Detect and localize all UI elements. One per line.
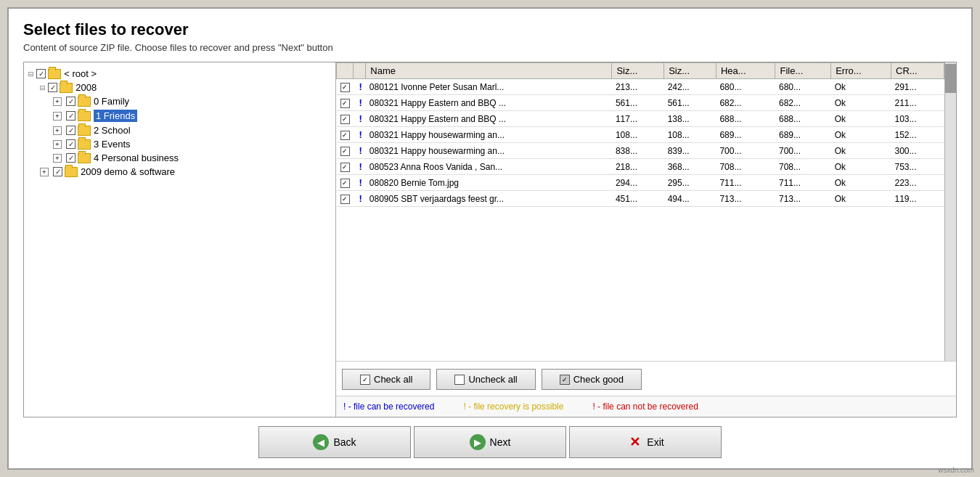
row-checkbox-cell[interactable]	[337, 143, 354, 159]
row-siz1: 108...	[612, 127, 664, 143]
row-erro: Ok	[831, 143, 891, 159]
row-checkbox-cell[interactable]	[337, 79, 354, 95]
row-name: 080820 Bernie Tom.jpg	[366, 175, 612, 191]
expand-btn-2school[interactable]: +	[53, 126, 62, 135]
tree-checkbox-4personal[interactable]	[66, 153, 75, 163]
table-row[interactable]: ! 080905 SBT verjaardags feest gr... 451…	[337, 191, 944, 207]
tree-checkbox-root[interactable]	[36, 69, 46, 78]
row-checkbox[interactable]	[340, 131, 350, 140]
row-hea: 682...	[716, 95, 775, 111]
row-checkbox[interactable]	[340, 147, 350, 156]
folder-icon-root	[48, 69, 61, 79]
row-checkbox[interactable]	[340, 115, 350, 124]
row-siz1: 838...	[612, 143, 664, 159]
tree-item-4personal[interactable]: + 4 Personal business	[27, 151, 332, 165]
exit-button[interactable]: ✕ Exit	[569, 426, 722, 458]
tree-item-2school[interactable]: + 2 School	[27, 123, 332, 137]
col-header-siz1[interactable]: Siz...	[612, 63, 664, 79]
row-hea: 700...	[716, 143, 775, 159]
tree-checkbox-2school[interactable]	[66, 126, 75, 135]
expand-btn-1friends[interactable]: +	[53, 112, 62, 121]
outer-window: Select files to recover Content of sourc…	[0, 0, 980, 477]
col-header-siz2[interactable]: Siz...	[664, 63, 716, 79]
row-checkbox[interactable]	[340, 83, 350, 92]
row-erro: Ok	[831, 159, 891, 175]
row-checkbox-cell[interactable]	[337, 159, 354, 175]
row-checkbox-cell[interactable]	[337, 111, 354, 127]
row-file: 680...	[775, 79, 831, 95]
check-good-button[interactable]: Check good	[542, 369, 642, 390]
back-label: Back	[333, 436, 356, 448]
row-checkbox[interactable]	[340, 163, 350, 172]
row-siz2: 368...	[664, 159, 716, 175]
table-row[interactable]: ! 080321 Happy housewarming an... 838...…	[337, 143, 944, 159]
expand-btn-4personal[interactable]: +	[53, 154, 62, 163]
expand-btn-3events[interactable]: +	[53, 140, 62, 149]
col-header-hea[interactable]: Hea...	[716, 63, 775, 79]
row-siz2: 494...	[664, 191, 716, 207]
row-erro: Ok	[831, 79, 891, 95]
tree-checkbox-2009[interactable]	[53, 167, 62, 176]
row-checkbox-cell[interactable]	[337, 127, 354, 143]
row-erro: Ok	[831, 127, 891, 143]
tree-checkbox-1friends[interactable]	[66, 111, 75, 121]
col-header-file[interactable]: File...	[775, 63, 831, 79]
table-row[interactable]: ! 080523 Anna Roos Vanida , San... 218..…	[337, 159, 944, 175]
table-row[interactable]: ! 080121 Ivonne Peter Susan Marl... 213.…	[337, 79, 944, 95]
row-checkbox-cell[interactable]	[337, 95, 354, 111]
row-checkbox[interactable]	[340, 99, 350, 108]
next-icon: ▶	[470, 434, 486, 450]
tree-checkbox-0family[interactable]	[66, 97, 75, 106]
tree-checkbox-3events[interactable]	[66, 139, 75, 149]
row-name: 080321 Happy Eastern and BBQ ...	[366, 111, 612, 127]
uncheck-all-label: Uncheck all	[468, 374, 517, 385]
row-cr: 223...	[891, 175, 944, 191]
expand-btn-0family[interactable]: +	[53, 97, 62, 106]
table-row[interactable]: ! 080321 Happy Eastern and BBQ ... 561..…	[337, 95, 944, 111]
row-checkbox[interactable]	[340, 179, 350, 188]
col-header-erro[interactable]: Erro...	[831, 63, 891, 79]
tree-item-3events[interactable]: + 3 Events	[27, 137, 332, 151]
nav-buttons: ◀ Back ▶ Next ✕ Exit	[23, 417, 957, 458]
row-checkbox[interactable]	[340, 195, 350, 204]
row-warn-icon: !	[359, 97, 362, 108]
col-header-warn	[354, 63, 366, 79]
row-warn-icon: !	[359, 113, 362, 124]
row-warn-cell: !	[354, 111, 366, 127]
expand-btn-2009[interactable]: +	[40, 168, 49, 176]
next-button[interactable]: ▶ Next	[414, 426, 566, 458]
table-row[interactable]: ! 080820 Bernie Tom.jpg 294... 295... 71…	[337, 175, 944, 191]
row-file: 682...	[775, 95, 831, 111]
table-row[interactable]: ! 080321 Happy Eastern and BBQ ... 117..…	[337, 111, 944, 127]
uncheck-all-button[interactable]: Uncheck all	[436, 369, 535, 390]
tree-checkbox-2008[interactable]	[48, 83, 57, 92]
check-all-button[interactable]: Check all	[342, 369, 430, 390]
row-name: 080321 Happy housewarming an...	[366, 143, 612, 159]
row-cr: 211...	[891, 95, 944, 111]
row-siz2: 138...	[664, 111, 716, 127]
scrollbar[interactable]	[944, 62, 956, 361]
row-name: 080905 SBT verjaardags feest gr...	[366, 191, 612, 207]
row-file: 689...	[775, 127, 831, 143]
row-warn-cell: !	[354, 95, 366, 111]
row-siz2: 561...	[664, 95, 716, 111]
row-name: 080321 Happy housewarming an...	[366, 127, 612, 143]
row-hea: 708...	[716, 159, 775, 175]
row-checkbox-cell[interactable]	[337, 175, 354, 191]
tree-item-2009[interactable]: + 2009 demo & software	[27, 165, 332, 179]
row-siz1: 117...	[612, 111, 664, 127]
folder-icon-4personal	[78, 153, 91, 163]
tree-item-0family[interactable]: + 0 Family	[27, 94, 332, 108]
row-checkbox-cell[interactable]	[337, 191, 354, 207]
table-row[interactable]: ! 080321 Happy housewarming an... 108...…	[337, 127, 944, 143]
row-warn-icon: !	[359, 129, 362, 140]
col-header-cr[interactable]: CR...	[891, 63, 944, 79]
tree-item-root[interactable]: ⊟ < root >	[27, 67, 332, 81]
table-buttons: Check all Uncheck all Check good	[336, 361, 956, 396]
tree-label-2008: 2008	[75, 82, 97, 93]
tree-item-2008[interactable]: ⊟ 2008	[27, 81, 332, 94]
back-button[interactable]: ◀ Back	[258, 426, 411, 458]
tree-item-1friends[interactable]: + 1 Friends	[27, 108, 332, 123]
col-header-name[interactable]: Name	[366, 63, 612, 79]
row-cr: 753...	[891, 159, 944, 175]
